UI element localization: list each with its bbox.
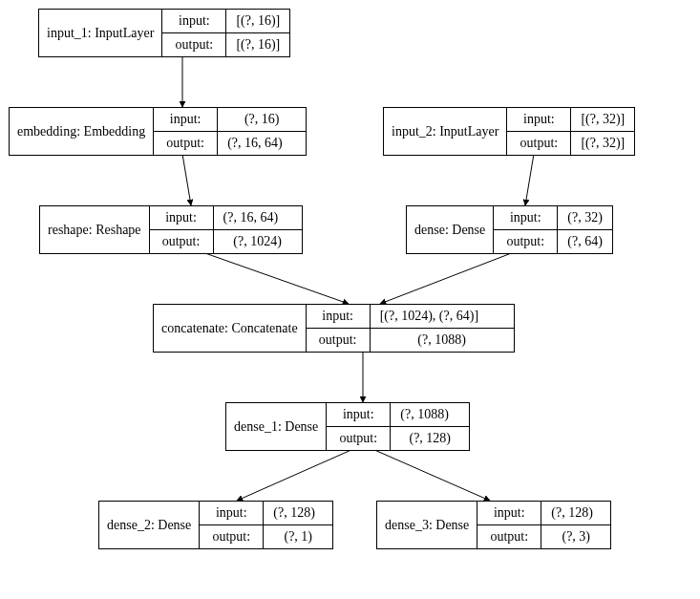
io-value-output: [(?, 16)] (226, 33, 289, 56)
svg-line-6 (237, 449, 353, 501)
node-input-2: input_2: InputLayer input: [(?, 32)] out… (383, 107, 635, 156)
io-value-input: (?, 1088) (391, 403, 458, 426)
io-value-output: (?, 1024) (214, 230, 302, 253)
io-value-input: (?, 32) (558, 206, 612, 229)
svg-line-4 (380, 252, 514, 304)
io-label-input: input: (200, 502, 264, 524)
io-value-output: (?, 1) (264, 525, 332, 548)
node-dense-2: dense_2: Dense input: (?, 128) output: (… (98, 501, 333, 549)
io-label-input: input: (477, 502, 541, 524)
svg-line-2 (525, 154, 534, 205)
node-input-1: input_1: InputLayer input: [(?, 16)] out… (38, 9, 290, 57)
node-reshape: reshape: Reshape input: (?, 16, 64) outp… (39, 205, 303, 254)
io-value-output: (?, 16, 64) (218, 132, 292, 155)
io-label-output: output: (150, 230, 214, 253)
io-value-input: (?, 16) (218, 108, 306, 131)
io-label-output: output: (307, 329, 371, 352)
node-embedding: embedding: Embedding input: (?, 16) outp… (9, 107, 307, 156)
node-title: dense_1: Dense (226, 403, 327, 450)
io-value-input: (?, 128) (264, 502, 325, 524)
io-label-input: input: (327, 403, 391, 426)
io-label-output: output: (154, 132, 218, 155)
node-title: embedding: Embedding (10, 108, 154, 155)
io-value-output: (?, 1088) (371, 329, 514, 352)
io-label-input: input: (150, 206, 214, 229)
io-label-output: output: (494, 230, 558, 253)
node-title: input_2: InputLayer (384, 108, 507, 155)
io-label-input: input: (307, 305, 371, 328)
node-title: dense_2: Dense (99, 502, 200, 548)
io-value-input: [(?, 32)] (571, 108, 634, 131)
io-value-output: (?, 3) (541, 525, 610, 548)
io-label-output: output: (477, 525, 541, 548)
svg-line-3 (202, 252, 349, 304)
io-label-output: output: (200, 525, 264, 548)
node-title: concatenate: Concatenate (154, 305, 307, 352)
io-label-input: input: (494, 206, 558, 229)
io-label-output: output: (162, 33, 226, 56)
node-concatenate: concatenate: Concatenate input: [(?, 102… (153, 304, 515, 353)
io-label-output: output: (507, 132, 571, 155)
node-dense-3: dense_3: Dense input: (?, 128) output: (… (376, 501, 611, 549)
node-title: input_1: InputLayer (39, 10, 162, 56)
io-value-input: [(?, 16)] (226, 10, 289, 32)
io-label-output: output: (327, 427, 391, 450)
io-value-output: (?, 128) (391, 427, 469, 450)
io-value-input: [(?, 1024), (?, 64)] (371, 305, 488, 328)
node-dense-1: dense_1: Dense input: (?, 1088) output: … (225, 402, 470, 451)
io-label-input: input: (162, 10, 226, 32)
io-label-input: input: (154, 108, 218, 131)
svg-line-7 (372, 449, 490, 501)
node-title: reshape: Reshape (40, 206, 150, 253)
node-title: dense_3: Dense (377, 502, 477, 548)
io-value-input: (?, 16, 64) (214, 206, 288, 229)
node-dense: dense: Dense input: (?, 32) output: (?, … (406, 205, 613, 254)
io-value-output: [(?, 32)] (571, 132, 634, 155)
io-value-input: (?, 128) (541, 502, 603, 524)
io-value-output: (?, 64) (558, 230, 612, 253)
svg-line-1 (182, 154, 191, 205)
io-label-input: input: (507, 108, 571, 131)
node-title: dense: Dense (407, 206, 494, 253)
